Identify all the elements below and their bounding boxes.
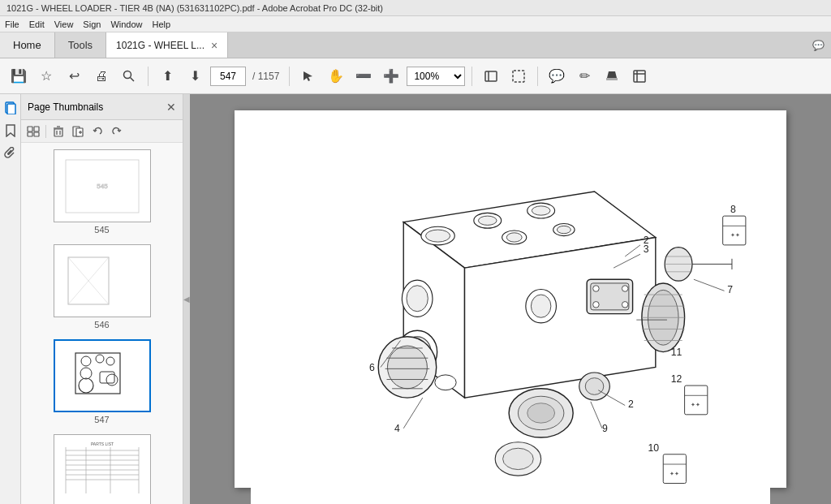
menu-file[interactable]: File xyxy=(5,19,19,29)
panel-splitter[interactable]: ◀ xyxy=(183,94,190,504)
thumbnails-title: Page Thumbnails xyxy=(28,101,103,113)
svg-rect-15 xyxy=(28,132,32,136)
svg-rect-41 xyxy=(62,441,143,502)
page-number-input[interactable] xyxy=(210,67,246,86)
svg-rect-8 xyxy=(634,71,645,82)
svg-rect-13 xyxy=(28,127,32,131)
fit-page-button[interactable] xyxy=(479,64,503,88)
thumb-delete-button[interactable] xyxy=(50,123,67,140)
svg-point-84 xyxy=(593,286,600,292)
pen-button[interactable]: ✏ xyxy=(572,64,596,88)
svg-rect-6 xyxy=(606,78,618,80)
svg-rect-14 xyxy=(34,127,39,131)
svg-rect-17 xyxy=(54,129,62,136)
svg-point-59 xyxy=(426,230,450,242)
pdf-view[interactable]: 2 3 7 8 ✦✦ 11 xyxy=(190,94,831,504)
thumbnails-close-button[interactable]: ✕ xyxy=(166,101,176,114)
svg-point-61 xyxy=(478,216,497,225)
thumbnails-list[interactable]: 545 545 546 xyxy=(21,143,183,504)
thumb-view-button[interactable] xyxy=(24,123,42,140)
svg-text:12: 12 xyxy=(671,373,682,385)
tools-button[interactable] xyxy=(627,64,652,88)
title-text: 1021G - WHEEL LOADER - TIER 4B (NA) (531… xyxy=(6,3,383,13)
svg-text:✦✦: ✦✦ xyxy=(691,402,700,407)
svg-rect-16 xyxy=(34,132,39,136)
thumbnail-547[interactable]: 547 xyxy=(54,339,151,424)
back-button[interactable]: ↩ xyxy=(62,64,86,88)
menu-window[interactable]: Window xyxy=(110,19,142,29)
svg-text:✦✦: ✦✦ xyxy=(670,471,679,476)
svg-marker-2 xyxy=(304,71,312,81)
svg-point-80 xyxy=(531,295,550,317)
thumbnail-546-label: 546 xyxy=(94,320,109,330)
scroll-down-button[interactable]: ⬇ xyxy=(183,64,207,88)
svg-text:6: 6 xyxy=(369,362,375,373)
tab-tools[interactable]: Tools xyxy=(55,32,106,58)
svg-rect-131 xyxy=(663,454,686,484)
svg-text:11: 11 xyxy=(671,347,682,358)
thumb-insert-button[interactable] xyxy=(69,123,87,140)
svg-point-0 xyxy=(124,71,131,78)
highlight-button[interactable] xyxy=(600,64,624,88)
thumbnail-546-image xyxy=(54,244,151,317)
svg-line-1 xyxy=(131,77,135,81)
thumb-rotate-left-button[interactable] xyxy=(88,123,106,140)
sidebar-icon-bookmark[interactable] xyxy=(2,122,19,140)
svg-rect-113 xyxy=(723,216,746,245)
svg-text:8: 8 xyxy=(730,204,736,215)
thumbnail-546[interactable]: 546 xyxy=(54,244,151,330)
svg-point-87 xyxy=(622,302,628,308)
save-button[interactable]: 💾 xyxy=(6,64,31,88)
print-button[interactable]: 🖨 xyxy=(89,64,114,88)
pdf-page: 2 3 7 8 ✦✦ 11 xyxy=(235,110,786,488)
menu-sign[interactable]: Sign xyxy=(83,19,101,29)
sidebar-icon-pages[interactable] xyxy=(2,99,19,117)
thumbnail-545-image: 545 xyxy=(54,149,151,222)
hand-tool-button[interactable]: ✋ xyxy=(324,64,348,88)
svg-point-81 xyxy=(435,375,456,390)
thumb-rotate-right-button[interactable] xyxy=(108,123,126,140)
menu-help[interactable]: Help xyxy=(153,19,171,29)
svg-point-63 xyxy=(532,206,550,215)
thumbnail-548-image: PARTS LIST xyxy=(54,434,151,504)
separator-1 xyxy=(148,67,149,86)
tab-home[interactable]: Home xyxy=(0,32,55,58)
thumbnails-header: Page Thumbnails ✕ xyxy=(21,94,183,120)
pdf-content: 2 3 7 8 ✦✦ 11 xyxy=(235,110,786,488)
thumb-separator xyxy=(45,125,46,138)
sidebar-icons xyxy=(0,94,21,504)
menu-view[interactable]: View xyxy=(54,19,74,29)
svg-rect-5 xyxy=(513,71,524,82)
svg-text:545: 545 xyxy=(97,183,108,190)
scroll-up-button[interactable]: ⬆ xyxy=(155,64,179,88)
svg-point-65 xyxy=(506,233,522,242)
zoom-in-button[interactable]: ➕ xyxy=(379,64,403,88)
comment-button[interactable]: 💬 xyxy=(545,64,569,88)
cursor-tool-button[interactable] xyxy=(296,64,321,88)
tab-comment-icon[interactable]: 💬 xyxy=(805,32,831,58)
tab-spacer xyxy=(228,32,805,58)
thumbnail-545-label: 545 xyxy=(94,225,109,235)
menu-edit[interactable]: Edit xyxy=(29,19,45,29)
svg-text:10: 10 xyxy=(648,442,659,454)
zoom-out-button[interactable]: ➖ xyxy=(351,64,376,88)
thumbnail-545[interactable]: 545 545 xyxy=(54,149,151,235)
tab-document[interactable]: 1021G - WHEEL L... × xyxy=(106,32,228,58)
svg-point-86 xyxy=(593,302,600,308)
thumbnail-548[interactable]: PARTS LIST 548 xyxy=(54,434,151,504)
svg-text:3: 3 xyxy=(644,243,649,255)
diagram-svg: 2 3 7 8 ✦✦ 11 xyxy=(251,127,770,504)
bookmark-button[interactable]: ☆ xyxy=(34,64,58,88)
svg-text:PARTS LIST: PARTS LIST xyxy=(90,442,113,446)
sidebar-icon-attachments[interactable] xyxy=(2,144,19,162)
svg-point-103 xyxy=(527,403,555,423)
tab-close-button[interactable]: × xyxy=(211,40,217,51)
separator-4 xyxy=(537,67,538,86)
separator-3 xyxy=(471,67,472,86)
marquee-zoom-button[interactable] xyxy=(506,64,531,88)
menu-bar: File Edit View Sign Window Help xyxy=(0,16,831,32)
separator-2 xyxy=(289,67,290,86)
zoom-select[interactable]: 100% 75% 125% 150% 200% xyxy=(407,67,465,86)
svg-marker-7 xyxy=(607,71,617,78)
zoom-button[interactable] xyxy=(117,64,141,88)
